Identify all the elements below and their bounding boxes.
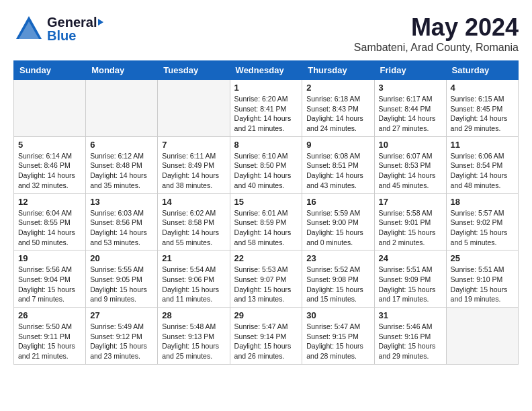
- day-number: 18: [451, 197, 514, 207]
- day-number: 29: [234, 310, 298, 320]
- day-info: Sunrise: 6:12 AM Sunset: 8:48 PM Dayligh…: [90, 151, 153, 191]
- day-info: Sunrise: 5:57 AM Sunset: 9:02 PM Dayligh…: [451, 208, 514, 248]
- calendar-cell: 13Sunrise: 6:03 AM Sunset: 8:56 PM Dayli…: [86, 193, 158, 250]
- calendar-cell: 21Sunrise: 5:54 AM Sunset: 9:06 PM Dayli…: [158, 250, 230, 308]
- day-number: 20: [90, 253, 153, 263]
- day-info: Sunrise: 5:49 AM Sunset: 9:12 PM Dayligh…: [90, 322, 153, 361]
- calendar-cell: 6Sunrise: 6:12 AM Sunset: 8:48 PM Daylig…: [86, 136, 158, 193]
- calendar-cell: [14, 80, 86, 137]
- day-info: Sunrise: 5:58 AM Sunset: 9:01 PM Dayligh…: [379, 208, 442, 248]
- logo-icon: [13, 13, 44, 44]
- calendar-cell: 8Sunrise: 6:10 AM Sunset: 8:50 PM Daylig…: [230, 136, 302, 193]
- calendar-cell: 7Sunrise: 6:11 AM Sunset: 8:49 PM Daylig…: [158, 136, 230, 193]
- calendar-cell: 23Sunrise: 5:52 AM Sunset: 9:08 PM Dayli…: [302, 250, 374, 308]
- day-number: 14: [162, 197, 225, 207]
- day-header-wednesday: Wednesday: [230, 61, 302, 80]
- calendar-week-2: 5Sunrise: 6:14 AM Sunset: 8:46 PM Daylig…: [14, 136, 519, 193]
- day-number: 3: [379, 83, 442, 93]
- days-of-week-row: SundayMondayTuesdayWednesdayThursdayFrid…: [14, 61, 519, 80]
- day-number: 31: [379, 310, 442, 320]
- calendar-cell: 1Sunrise: 6:20 AM Sunset: 8:41 PM Daylig…: [230, 80, 302, 137]
- day-number: 19: [18, 253, 81, 263]
- day-header-friday: Friday: [374, 61, 446, 80]
- day-number: 4: [451, 83, 514, 93]
- calendar-cell: 15Sunrise: 6:01 AM Sunset: 8:59 PM Dayli…: [230, 193, 302, 250]
- day-info: Sunrise: 5:51 AM Sunset: 9:09 PM Dayligh…: [379, 265, 442, 304]
- calendar-cell: 31Sunrise: 5:46 AM Sunset: 9:16 PM Dayli…: [374, 308, 446, 365]
- logo: General Blue: [13, 13, 103, 44]
- calendar-cell: 20Sunrise: 5:55 AM Sunset: 9:05 PM Dayli…: [86, 250, 158, 308]
- page-header: General Blue May 2024 Sambateni, Arad Co…: [13, 13, 519, 54]
- day-number: 6: [90, 140, 153, 150]
- day-info: Sunrise: 5:46 AM Sunset: 9:16 PM Dayligh…: [379, 322, 442, 361]
- title-block: May 2024 Sambateni, Arad County, Romania: [354, 13, 519, 54]
- day-info: Sunrise: 5:50 AM Sunset: 9:11 PM Dayligh…: [18, 322, 81, 361]
- day-info: Sunrise: 6:18 AM Sunset: 8:43 PM Dayligh…: [306, 94, 369, 134]
- day-info: Sunrise: 5:47 AM Sunset: 9:14 PM Dayligh…: [234, 322, 298, 361]
- day-number: 1: [234, 83, 298, 93]
- day-info: Sunrise: 6:01 AM Sunset: 8:59 PM Dayligh…: [234, 208, 298, 248]
- calendar-cell: 28Sunrise: 5:48 AM Sunset: 9:13 PM Dayli…: [158, 308, 230, 365]
- calendar-cell: 2Sunrise: 6:18 AM Sunset: 8:43 PM Daylig…: [302, 80, 374, 137]
- day-info: Sunrise: 6:14 AM Sunset: 8:46 PM Dayligh…: [18, 151, 81, 191]
- calendar-cell: [446, 308, 518, 365]
- day-number: 21: [162, 253, 225, 263]
- calendar-cell: 17Sunrise: 5:58 AM Sunset: 9:01 PM Dayli…: [374, 193, 446, 250]
- calendar-body: 1Sunrise: 6:20 AM Sunset: 8:41 PM Daylig…: [14, 80, 519, 365]
- day-number: 22: [234, 253, 298, 263]
- day-number: 28: [162, 310, 225, 320]
- day-info: Sunrise: 5:55 AM Sunset: 9:05 PM Dayligh…: [90, 265, 153, 304]
- calendar-cell: 5Sunrise: 6:14 AM Sunset: 8:46 PM Daylig…: [14, 136, 86, 193]
- logo-general: General: [47, 15, 103, 29]
- calendar-cell: [158, 80, 230, 137]
- calendar-week-3: 12Sunrise: 6:04 AM Sunset: 8:55 PM Dayli…: [14, 193, 519, 250]
- day-info: Sunrise: 5:48 AM Sunset: 9:13 PM Dayligh…: [162, 322, 225, 361]
- day-number: 27: [90, 310, 153, 320]
- calendar-cell: 14Sunrise: 6:02 AM Sunset: 8:58 PM Dayli…: [158, 193, 230, 250]
- calendar-cell: 30Sunrise: 5:47 AM Sunset: 9:15 PM Dayli…: [302, 308, 374, 365]
- day-number: 24: [379, 253, 442, 263]
- day-number: 7: [162, 140, 225, 150]
- calendar-cell: 29Sunrise: 5:47 AM Sunset: 9:14 PM Dayli…: [230, 308, 302, 365]
- day-number: 12: [18, 197, 81, 207]
- day-number: 30: [306, 310, 369, 320]
- day-number: 10: [379, 140, 442, 150]
- calendar-cell: 12Sunrise: 6:04 AM Sunset: 8:55 PM Dayli…: [14, 193, 86, 250]
- calendar-cell: 11Sunrise: 6:06 AM Sunset: 8:54 PM Dayli…: [446, 136, 518, 193]
- day-number: 8: [234, 140, 298, 150]
- day-number: 11: [451, 140, 514, 150]
- logo-arrow-icon: [98, 19, 103, 26]
- day-info: Sunrise: 5:52 AM Sunset: 9:08 PM Dayligh…: [306, 265, 369, 304]
- calendar-cell: 22Sunrise: 5:53 AM Sunset: 9:07 PM Dayli…: [230, 250, 302, 308]
- day-info: Sunrise: 5:56 AM Sunset: 9:04 PM Dayligh…: [18, 265, 81, 304]
- calendar-header: SundayMondayTuesdayWednesdayThursdayFrid…: [14, 61, 519, 80]
- day-info: Sunrise: 6:08 AM Sunset: 8:51 PM Dayligh…: [306, 151, 369, 191]
- calendar-week-4: 19Sunrise: 5:56 AM Sunset: 9:04 PM Dayli…: [14, 250, 519, 308]
- calendar-cell: 3Sunrise: 6:17 AM Sunset: 8:44 PM Daylig…: [374, 80, 446, 137]
- day-info: Sunrise: 5:53 AM Sunset: 9:07 PM Dayligh…: [234, 265, 298, 304]
- day-number: 26: [18, 310, 81, 320]
- day-info: Sunrise: 6:03 AM Sunset: 8:56 PM Dayligh…: [90, 208, 153, 248]
- calendar-cell: [86, 80, 158, 137]
- calendar-cell: 25Sunrise: 5:51 AM Sunset: 9:10 PM Dayli…: [446, 250, 518, 308]
- month-title: May 2024: [354, 13, 519, 42]
- day-info: Sunrise: 5:51 AM Sunset: 9:10 PM Dayligh…: [451, 265, 514, 304]
- calendar-cell: 4Sunrise: 6:15 AM Sunset: 8:45 PM Daylig…: [446, 80, 518, 137]
- calendar-cell: 16Sunrise: 5:59 AM Sunset: 9:00 PM Dayli…: [302, 193, 374, 250]
- calendar-table: SundayMondayTuesdayWednesdayThursdayFrid…: [13, 60, 519, 365]
- day-number: 25: [451, 253, 514, 263]
- day-number: 16: [306, 197, 369, 207]
- day-info: Sunrise: 6:06 AM Sunset: 8:54 PM Dayligh…: [451, 151, 514, 191]
- day-header-tuesday: Tuesday: [158, 61, 230, 80]
- logo-text: General Blue: [47, 15, 103, 42]
- calendar-week-1: 1Sunrise: 6:20 AM Sunset: 8:41 PM Daylig…: [14, 80, 519, 137]
- day-header-sunday: Sunday: [14, 61, 86, 80]
- day-info: Sunrise: 6:15 AM Sunset: 8:45 PM Dayligh…: [451, 94, 514, 134]
- day-info: Sunrise: 5:47 AM Sunset: 9:15 PM Dayligh…: [306, 322, 369, 361]
- calendar-cell: 18Sunrise: 5:57 AM Sunset: 9:02 PM Dayli…: [446, 193, 518, 250]
- day-info: Sunrise: 6:07 AM Sunset: 8:53 PM Dayligh…: [379, 151, 442, 191]
- calendar-cell: 24Sunrise: 5:51 AM Sunset: 9:09 PM Dayli…: [374, 250, 446, 308]
- day-info: Sunrise: 6:10 AM Sunset: 8:50 PM Dayligh…: [234, 151, 298, 191]
- day-number: 23: [306, 253, 369, 263]
- location: Sambateni, Arad County, Romania: [354, 42, 519, 54]
